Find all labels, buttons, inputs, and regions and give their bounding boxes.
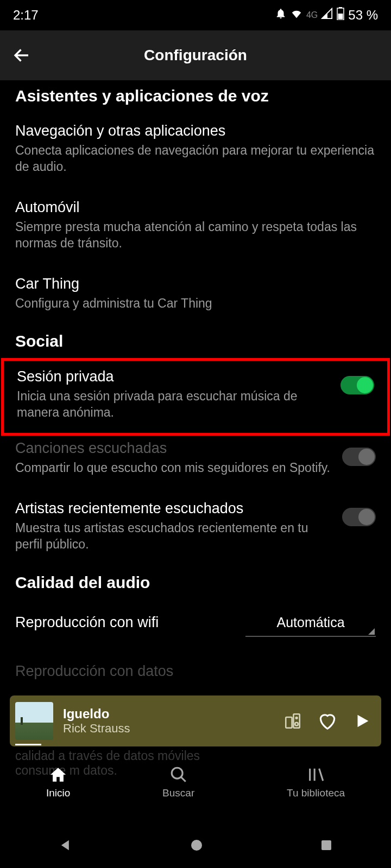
setting-wifi-streaming[interactable]: Reproducción con wifi Automática (0, 599, 391, 647)
clock: 2:17 (13, 8, 39, 23)
setting-nav-apps[interactable]: Navegación y otras aplicaciones Conecta … (0, 113, 391, 189)
miniplayer-artist: Rick Strauss (63, 722, 274, 736)
play-icon[interactable] (353, 712, 371, 730)
setting-car-thing-sub: Configura y administra tu Car Thing (15, 296, 376, 312)
svg-point-7 (172, 768, 182, 778)
setting-recent-artists-title: Artistas recientemente escuchados (15, 500, 331, 517)
setting-nav-apps-title: Navegación y otras aplicaciones (15, 123, 376, 139)
private-session-toggle[interactable] (340, 376, 374, 394)
settings-header: Configuración (0, 30, 391, 80)
miniplayer-progress (15, 744, 41, 745)
setting-recent-artists-sub: Muestra tus artistas escuchados reciente… (15, 520, 331, 553)
setting-nav-apps-sub: Conecta aplicaciones de navegación para … (15, 143, 376, 175)
setting-car-thing[interactable]: Car Thing Configura y administra tu Car … (0, 266, 391, 326)
nav-library[interactable]: Tu biblioteca (287, 765, 345, 799)
setting-listening-activity[interactable]: Canciones escuchadas Compartir lo que es… (0, 436, 391, 490)
section-audio-quality: Calidad del audio (0, 567, 391, 599)
setting-listened-title: Canciones escuchadas (15, 440, 331, 457)
nav-search-label: Buscar (162, 787, 194, 799)
miniplayer[interactable]: Igueldo Rick Strauss (10, 695, 381, 746)
bottom-nav: Inicio Buscar Tu biblioteca (0, 754, 391, 810)
network-label: 4G (306, 10, 318, 20)
heart-icon[interactable] (317, 711, 338, 731)
setting-private-sub: Inicia una sesión privada para escuchar … (17, 388, 330, 421)
setting-wifi-title: Reproducción con wifi (15, 614, 235, 631)
svg-rect-2 (338, 14, 343, 20)
miniplayer-cover (15, 702, 53, 740)
nav-library-label: Tu biblioteca (287, 787, 345, 799)
setting-recent-artists[interactable]: Artistas recientemente escuchados Muestr… (0, 490, 391, 567)
setting-car-sub: Siempre presta mucha atención al camino … (15, 219, 376, 252)
svg-point-8 (191, 840, 202, 851)
battery-percent: 53 % (348, 8, 378, 23)
recent-artists-toggle[interactable] (342, 508, 376, 526)
setting-car-title: Automóvil (15, 199, 376, 216)
system-home-icon[interactable] (190, 839, 203, 854)
page-title: Configuración (11, 47, 380, 64)
svg-point-5 (295, 723, 298, 726)
system-back-icon[interactable] (58, 838, 73, 855)
svg-rect-9 (321, 840, 331, 850)
listening-activity-toggle[interactable] (342, 448, 376, 466)
nav-home[interactable]: Inicio (46, 765, 70, 799)
section-voice-assistants: Asistentes y aplicaciones de voz (0, 80, 391, 113)
system-nav-bar (0, 825, 391, 868)
cut-off-item-title: Reproducción con datos (0, 663, 391, 680)
system-recents-icon[interactable] (320, 839, 333, 854)
nav-home-label: Inicio (46, 787, 70, 799)
wifi-icon (290, 8, 303, 23)
svg-point-6 (296, 717, 298, 719)
setting-private-title: Sesión privada (17, 368, 330, 385)
wifi-quality-dropdown[interactable]: Automática (245, 608, 376, 637)
status-bar: 2:17 4G 53 % (0, 0, 391, 30)
setting-private-session[interactable]: Sesión privada Inicia una sesión privada… (1, 358, 390, 436)
nav-search[interactable]: Buscar (162, 765, 194, 799)
section-social: Social (0, 326, 391, 358)
setting-car-thing-title: Car Thing (15, 276, 376, 292)
devices-icon[interactable] (283, 712, 302, 730)
signal-icon (321, 8, 333, 23)
miniplayer-track-title: Igueldo (63, 706, 274, 722)
setting-car[interactable]: Automóvil Siempre presta mucha atención … (0, 189, 391, 266)
battery-icon (336, 7, 345, 23)
alarm-icon (275, 8, 287, 23)
svg-rect-3 (286, 717, 292, 728)
setting-listened-sub: Compartir lo que escucho con mis seguido… (15, 460, 331, 476)
